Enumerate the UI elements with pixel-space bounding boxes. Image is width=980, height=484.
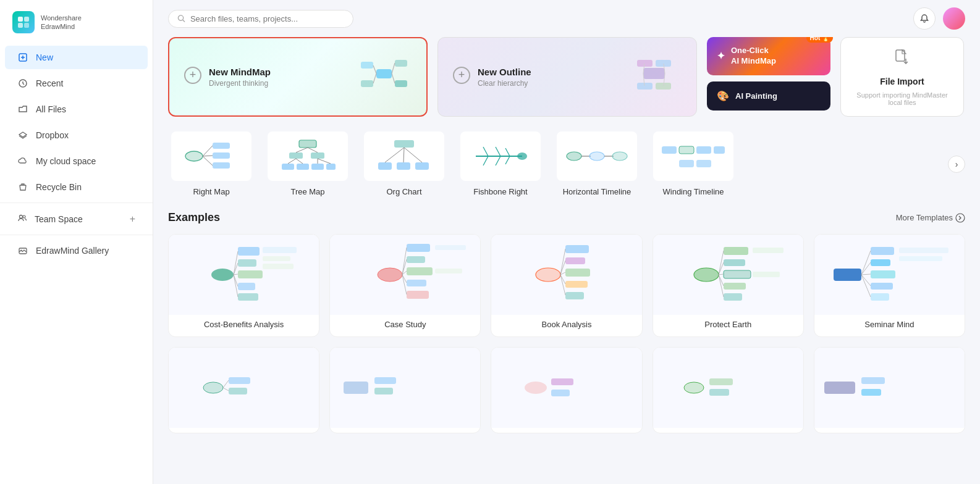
template-tree-map[interactable]: Tree Map [264,131,351,196]
sidebar-item-gallery[interactable]: EdrawMind Gallery [5,239,148,262]
sidebar-item-my-cloud[interactable]: My cloud space [5,149,148,173]
svg-rect-158 [709,378,733,385]
more-templates-link[interactable]: More Templates [896,213,965,223]
svg-rect-25 [643,68,665,79]
svg-rect-37 [213,152,230,159]
templates-next-button[interactable]: › [948,156,965,173]
svg-point-72 [589,152,604,161]
svg-rect-3 [24,23,29,28]
trash-icon [17,182,28,193]
new-mindmap-left: + New MindMap Divergent thinking [184,67,271,88]
placeholder-1-thumb [169,348,319,428]
search-box[interactable] [168,10,353,28]
placeholder-4-thumb [653,348,803,428]
winding-timeline-thumb [653,131,733,181]
template-fishbone-right[interactable]: Fishbone Right [457,131,544,196]
sidebar-item-all-files[interactable]: All Files [5,98,148,121]
svg-point-120 [694,268,719,282]
svg-rect-26 [637,60,653,67]
template-right-map[interactable]: Right Map [168,131,255,196]
topbar-right [913,7,965,30]
svg-rect-1 [24,17,29,22]
sidebar-item-recent[interactable]: Recent [5,72,148,95]
cost-benefits-thumb [169,235,319,315]
svg-rect-107 [435,245,466,250]
svg-rect-124 [724,283,746,290]
ai-painting-button[interactable]: 🎨 AI Painting [707,81,830,111]
svg-rect-47 [289,152,303,159]
svg-line-140 [861,262,871,275]
svg-line-61 [404,148,422,162]
example-cost-benefits[interactable]: Cost-Benefits Analysis [168,234,319,337]
protect-earth-label: Protect Earth [653,315,803,332]
svg-rect-155 [551,378,573,385]
svg-rect-46 [326,164,336,170]
new-mindmap-card[interactable]: + New MindMap Divergent thinking [168,37,428,117]
ai-paint-icon: 🎨 [717,90,729,102]
template-org-chart[interactable]: Org Chart [361,131,447,196]
example-placeholder-2[interactable] [329,347,481,433]
templates-row: Right Map [168,131,965,196]
template-winding-timeline[interactable]: Winding Timeline [650,131,737,196]
user-avatar[interactable] [943,7,965,30]
svg-rect-95 [263,264,294,269]
svg-point-10 [20,215,23,219]
example-placeholder-4[interactable] [653,347,804,433]
svg-point-74 [612,152,627,161]
example-placeholder-1[interactable] [168,347,319,433]
svg-rect-29 [656,83,671,90]
svg-rect-131 [753,248,784,253]
example-seminar-mind[interactable]: Seminar Mind [814,234,965,337]
team-space-add-icon[interactable]: + [130,214,135,225]
svg-rect-94 [263,256,290,261]
main-content: + New MindMap Divergent thinking [153,0,980,484]
svg-line-65 [483,156,488,165]
sidebar-all-files-label: All Files [36,104,66,114]
svg-line-143 [861,275,871,297]
example-protect-earth[interactable]: Protect Earth [653,234,804,337]
svg-line-68 [505,148,510,156]
example-case-study[interactable]: Case Study [329,234,481,337]
svg-rect-44 [297,164,309,170]
gallery-icon [17,245,28,256]
svg-line-141 [861,274,871,275]
one-click-ai-mindmap-button[interactable]: ✦ One-ClickAI MindMap Hot 🔥 [707,37,830,75]
new-outline-left: + New Outline Clear hierarchy [453,67,531,88]
example-placeholder-3[interactable] [491,347,642,433]
svg-rect-148 [229,388,247,394]
more-arrow-icon [955,213,965,223]
template-horizontal-timeline[interactable]: Horizontal Timeline [554,131,640,196]
svg-rect-86 [238,283,255,290]
new-outline-card[interactable]: + New Outline Clear hierarchy [437,37,697,117]
svg-rect-114 [565,292,584,299]
svg-line-64 [483,147,488,156]
seminar-mind-label: Seminar Mind [814,315,965,332]
svg-rect-43 [282,164,294,170]
svg-rect-133 [834,269,861,281]
app-name: Wondershare EdrawMind [41,14,82,31]
book-analysis-label: Book Analysis [491,315,641,332]
file-import-card[interactable]: File Import Support importing MindMaster… [840,37,964,117]
svg-rect-77 [696,146,711,154]
search-input[interactable] [190,14,344,23]
sidebar-item-dropbox[interactable]: Dropbox [5,123,148,147]
svg-rect-98 [407,256,425,263]
new-mindmap-plus: + [184,67,201,84]
sidebar-team-label: Team Space [35,214,83,224]
sidebar-my-cloud-label: My cloud space [36,156,96,166]
example-placeholder-5[interactable] [814,347,965,433]
svg-line-52 [296,159,303,164]
svg-line-150 [223,388,229,391]
sidebar-item-recycle[interactable]: Recycle Bin [5,175,148,199]
new-outline-plus: + [453,67,470,84]
sidebar-item-team-space[interactable]: Team Space + [5,207,148,231]
svg-line-50 [308,148,318,152]
notification-bell-button[interactable] [913,7,936,30]
example-book-analysis[interactable]: Book Analysis [491,234,642,337]
svg-rect-147 [229,377,250,384]
svg-rect-20 [395,80,407,87]
svg-rect-97 [407,244,430,252]
sidebar-recycle-label: Recycle Bin [36,182,82,192]
svg-line-40 [203,156,213,156]
sidebar-item-new[interactable]: New [5,46,148,69]
